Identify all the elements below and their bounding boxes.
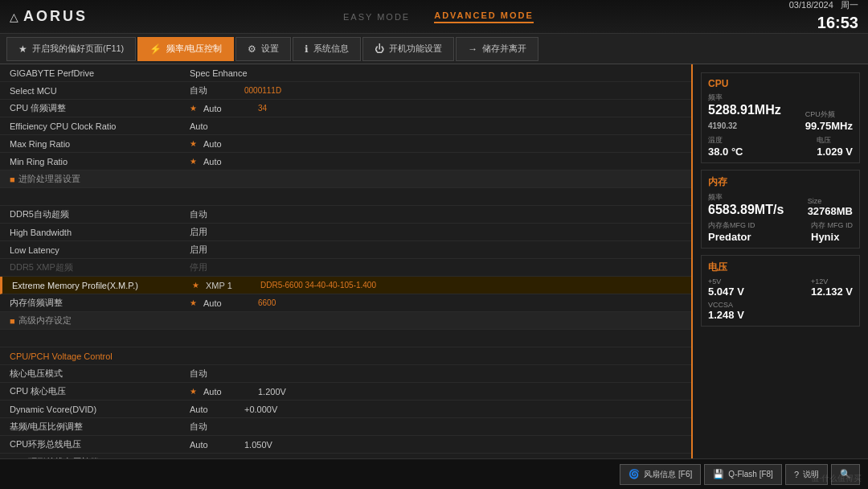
cpu-section-title: CPU: [708, 78, 853, 89]
cpu-freq-label: 频率: [708, 92, 805, 103]
voltage-info-section: 电压 +5V 5.047 V +12V 12.132 V VCCSA 1.248…: [701, 255, 860, 327]
section-label: 进阶处理器设置: [18, 173, 80, 185]
row-low-latency[interactable]: Low Latency 启用: [0, 241, 691, 259]
setting-value: 停用: [190, 261, 207, 273]
tab-freq[interactable]: ⚡ 频率/电压控制: [137, 37, 234, 61]
memory-size-value: 32768MB: [808, 205, 853, 217]
settings-panel: GIGABYTE PerfDrive Spec Enhance Select M…: [0, 64, 693, 458]
section-advanced-memory: ■ 高级内存设定: [0, 312, 691, 330]
setting-name: Low Latency: [10, 245, 186, 255]
setting-value: Auto +0.000V: [190, 405, 277, 414]
row-select-mcu[interactable]: Select MCU 自动 0000111D: [0, 82, 691, 100]
setting-name: Max Ring Ratio: [10, 139, 186, 149]
row-cpu-core-volt[interactable]: CPU 核心电压 ★ Auto 1.200V: [0, 383, 691, 401]
row-high-bandwidth[interactable]: High Bandwidth 启用: [0, 224, 691, 241]
memory-mfg2-block: 内存 MFG ID Hynix: [811, 220, 853, 243]
setting-value: Auto 1.050V: [190, 440, 272, 450]
tab-boot[interactable]: ⏻ 开机功能设置: [362, 37, 454, 61]
v5-label: +5V: [708, 277, 744, 286]
tab-favorites-label: 开启我的偏好页面(F11): [32, 43, 124, 55]
logo: △ AORUS: [10, 8, 88, 25]
row-min-ring-ratio[interactable]: Min Ring Ratio ★ Auto: [0, 153, 691, 171]
setting-value: ★ XMP 1 DDR5-6600 34-40-40-105-1.400: [192, 281, 376, 290]
main-content: GIGABYTE PerfDrive Spec Enhance Select M…: [0, 64, 868, 458]
bottom-bar: 🌀 风扇信息 [F6] 💾 Q-Flash [F8] ? 说明 🔍: [0, 458, 868, 489]
row-efficiency-cpu-clock-ratio[interactable]: Efficiency CPU Clock Ratio Auto: [0, 117, 691, 135]
row-cpu-pch-voltage-header: CPU/PCH Voltage Control: [0, 347, 691, 365]
star-icon: ★: [18, 43, 27, 55]
cpu-freq-row: 频率 5288.91MHz 4190.32 CPU外频 99.75MHz: [708, 92, 853, 132]
tab-favorites[interactable]: ★ 开启我的偏好页面(F11): [6, 37, 136, 61]
freq-icon: ⚡: [149, 43, 162, 55]
tab-freq-label: 频率/电压控制: [166, 43, 222, 55]
setting-name: 基频/电压比例调整: [10, 421, 186, 433]
setting-value: Spec Enhance: [190, 68, 248, 78]
row-ring-bus-volt-comp[interactable]: CPU环形总线电压补偿 Auto +0.000V: [0, 454, 691, 458]
setting-name: DDR5自动超频: [10, 208, 186, 220]
cpu-info-section: CPU 频率 5288.91MHz 4190.32 CPU外频 99.75MHz…: [701, 72, 860, 163]
row-gigabyte-perfdrive[interactable]: GIGABYTE PerfDrive Spec Enhance: [0, 64, 691, 82]
memory-mfg-row: 内存条MFG ID Predator 内存 MFG ID Hynix: [708, 220, 853, 243]
voltage-row1: +5V 5.047 V +12V 12.132 V: [708, 277, 853, 298]
row-ddr5-auto-oc[interactable]: DDR5自动超频 自动: [0, 206, 691, 224]
memory-section-title: 内存: [708, 175, 853, 189]
setting-value: Auto: [190, 121, 238, 131]
setting-name: CPU环形总线电压补偿: [10, 456, 186, 458]
easy-mode-label[interactable]: EASY MODE: [343, 12, 410, 22]
voltage-section-title: 电压: [708, 261, 853, 274]
vccsa-value: 1.248 V: [708, 309, 744, 321]
cpu-volt-label: 电压: [817, 135, 853, 146]
row-dynamic-vcore[interactable]: Dynamic Vcore(DVID) Auto +0.000V: [0, 401, 691, 418]
tab-settings[interactable]: ⚙ 设置: [235, 37, 291, 61]
memory-size-block: Size 32768MB: [808, 197, 853, 217]
cpu-temp-row: 温度 38.0 °C 电压 1.029 V: [708, 135, 853, 158]
advanced-mode-label[interactable]: ADVANCED MODE: [434, 10, 534, 23]
setting-name: High Bandwidth: [10, 228, 186, 237]
row-core-volt-mode[interactable]: 核心电压模式 自动: [0, 365, 691, 383]
setting-name: DDR5 XMP超频: [10, 261, 186, 273]
qflash-label: Q-Flash [F8]: [728, 470, 773, 479]
section-advanced-cpu: ■ 进阶处理器设置: [0, 171, 691, 188]
setting-name: 核心电压模式: [10, 368, 186, 380]
setting-value: 启用: [190, 244, 207, 256]
row-mem-multi[interactable]: 内存倍频调整 ★ Auto 6600: [0, 294, 691, 312]
setting-value: 自动: [190, 368, 207, 380]
fan-info-label: 风扇信息 [F6]: [644, 469, 692, 480]
row-base-freq-volt-ratio[interactable]: 基频/电压比例调整 自动: [0, 418, 691, 436]
qflash-button[interactable]: 💾 Q-Flash [F8]: [704, 464, 782, 485]
setting-value: ★ Auto 34: [190, 104, 267, 113]
fan-info-button[interactable]: 🌀 风扇信息 [F6]: [620, 464, 701, 485]
memory-freq-row: 频率 6583.89MT/s Size 32768MB: [708, 192, 853, 217]
nav-tabs: ★ 开启我的偏好页面(F11) ⚡ 频率/电压控制 ⚙ 设置 ℹ 系统信息 ⏻ …: [0, 34, 868, 64]
row-max-ring-ratio[interactable]: Max Ring Ratio ★ Auto: [0, 135, 691, 153]
tab-sysinfo[interactable]: ℹ 系统信息: [293, 37, 361, 61]
memory-freq-label: 频率: [708, 192, 784, 203]
mode-bar: EASY MODE ADVANCED MODE: [343, 10, 534, 23]
setting-name: Select MCU: [10, 86, 186, 96]
row-ddr5-xmp[interactable]: DDR5 XMP超频 停用: [0, 259, 691, 277]
setting-name: CPU环形总线电压: [10, 438, 186, 450]
row-xmp-profile[interactable]: Extreme Memory Profile(X.M.P.) ★ XMP 1 D…: [0, 277, 691, 294]
fan-icon: 🌀: [628, 469, 640, 479]
cpu-temp-block: 温度 38.0 °C: [708, 135, 743, 158]
v12-value: 12.132 V: [811, 286, 853, 298]
cpu-freq-value: 5288.91MHz 4190.32: [708, 103, 805, 132]
row-cpu-multi[interactable]: CPU 倍频调整 ★ Auto 34: [0, 100, 691, 117]
spacer-row: [0, 188, 691, 206]
setting-name: CPU 核心电压: [10, 385, 186, 397]
v5-value: 5.047 V: [708, 286, 744, 298]
setting-name: Dynamic Vcore(DVID): [10, 405, 186, 414]
memory-freq-block: 频率 6583.89MT/s: [708, 192, 784, 217]
tab-save[interactable]: → 储存并离开: [456, 37, 538, 61]
gear-icon: ⚙: [248, 43, 256, 55]
cpu-ext-value: 99.75MHz: [805, 120, 853, 132]
cpu-ext-label: CPU外频: [805, 109, 853, 120]
time-display: 16:53: [789, 11, 858, 34]
watermark: 值·什么值得买: [811, 473, 862, 484]
setting-value: 自动: [190, 421, 207, 433]
top-bar: △ AORUS EASY MODE ADVANCED MODE 03/18/20…: [0, 0, 868, 34]
tab-settings-label: 设置: [261, 43, 279, 55]
row-ring-bus-volt[interactable]: CPU环形总线电压 Auto 1.050V: [0, 436, 691, 454]
save-exit-icon: →: [468, 43, 477, 55]
settings-scroll[interactable]: GIGABYTE PerfDrive Spec Enhance Select M…: [0, 64, 691, 458]
